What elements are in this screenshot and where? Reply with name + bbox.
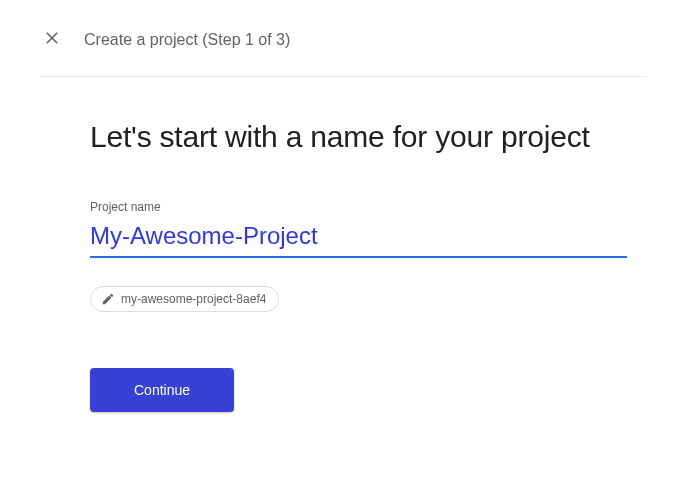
project-name-label: Project name <box>90 200 627 214</box>
project-name-input[interactable] <box>90 218 627 258</box>
project-id-text: my-awesome-project-8aef4 <box>121 292 266 306</box>
project-id-chip[interactable]: my-awesome-project-8aef4 <box>90 286 279 312</box>
button-row: Continue <box>90 368 627 412</box>
dialog-title: Create a project (Step 1 of 3) <box>84 31 290 49</box>
continue-button[interactable]: Continue <box>90 368 234 412</box>
page-heading: Let's start with a name for your project <box>90 117 627 158</box>
dialog-content: Let's start with a name for your project… <box>0 77 687 412</box>
create-project-dialog: Create a project (Step 1 of 3) Let's sta… <box>0 0 687 500</box>
close-button[interactable] <box>40 28 64 52</box>
project-name-field: Project name <box>90 200 627 258</box>
close-icon <box>43 29 61 51</box>
dialog-header: Create a project (Step 1 of 3) <box>0 0 687 76</box>
pencil-icon <box>101 292 115 306</box>
